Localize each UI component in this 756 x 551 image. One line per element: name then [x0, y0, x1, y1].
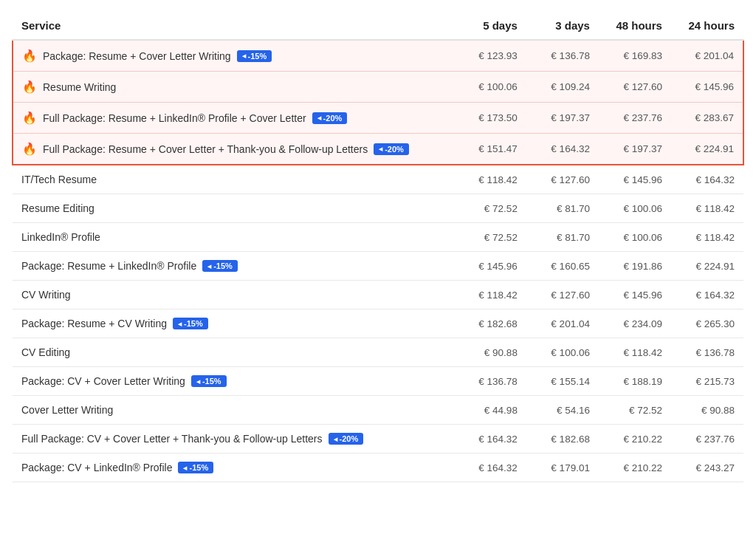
service-name-cell: CV Editing [13, 338, 454, 367]
price-cell-1: € 109.24 [526, 72, 599, 103]
table-row: Package: Resume + CV Writing-15%€ 182.68… [13, 309, 743, 338]
table-row: 🔥Package: Resume + Cover Letter Writing-… [13, 40, 743, 72]
price-cell-0: € 182.68 [454, 309, 526, 338]
price-cell-1: € 182.68 [526, 425, 599, 454]
price-cell-1: € 197.37 [526, 103, 599, 134]
price-cell-0: € 136.78 [454, 367, 526, 396]
header-48hours: 48 hours [599, 12, 671, 40]
fire-icon: 🔥 [22, 142, 37, 156]
price-cell-3: € 164.32 [671, 165, 743, 194]
service-name-cell: Package: Resume + LinkedIn® Profile-15% [13, 252, 454, 281]
price-cell-0: € 100.06 [454, 72, 526, 103]
price-cell-1: € 201.04 [526, 309, 599, 338]
price-cell-0: € 118.42 [454, 281, 526, 309]
price-cell-1: € 127.60 [526, 281, 599, 309]
price-cell-2: € 145.96 [599, 165, 671, 194]
table-header: Service 5 days 3 days 48 hours 24 hours [13, 12, 743, 40]
service-text: Full Package: Resume + LinkedIn® Profile… [43, 112, 306, 124]
header-24hours: 24 hours [671, 12, 743, 40]
price-cell-1: € 100.06 [526, 338, 599, 367]
table-row: CV Editing€ 90.88€ 100.06€ 118.42€ 136.7… [13, 338, 743, 367]
table-row: CV Writing€ 118.42€ 127.60€ 145.96€ 164.… [13, 281, 743, 309]
price-cell-1: € 54.16 [526, 396, 599, 425]
service-text: IT/Tech Resume [21, 174, 97, 185]
price-cell-0: € 90.88 [454, 338, 526, 367]
service-name-cell: Full Package: CV + Cover Letter + Thank-… [13, 425, 454, 454]
price-cell-0: € 173.50 [454, 103, 526, 134]
price-cell-3: € 164.32 [671, 281, 743, 309]
price-cell-0: € 123.93 [454, 40, 526, 72]
service-text: Package: CV + LinkedIn® Profile [21, 462, 172, 473]
price-cell-2: € 188.19 [599, 367, 671, 396]
price-cell-3: € 237.76 [671, 425, 743, 454]
price-cell-1: € 160.65 [526, 252, 599, 281]
service-name-cell: 🔥Full Package: Resume + LinkedIn® Profil… [13, 103, 454, 134]
header-service: Service [13, 12, 454, 40]
price-cell-2: € 210.22 [599, 425, 671, 454]
table-row: Cover Letter Writing€ 44.98€ 54.16€ 72.5… [13, 396, 743, 425]
discount-badge: -20% [374, 143, 409, 155]
price-cell-2: € 237.76 [599, 103, 671, 134]
table-row: 🔥Full Package: Resume + Cover Letter + T… [13, 134, 743, 165]
price-cell-0: € 72.52 [454, 194, 526, 223]
service-name-cell: LinkedIn® Profile [13, 223, 454, 252]
discount-badge: -20% [329, 433, 364, 445]
price-cell-0: € 164.32 [454, 425, 526, 454]
price-cell-1: € 155.14 [526, 367, 599, 396]
service-name-cell: IT/Tech Resume [13, 165, 454, 194]
price-cell-3: € 283.67 [671, 103, 743, 134]
service-text: Package: CV + Cover Letter Writing [21, 375, 185, 387]
service-text: CV Writing [21, 289, 71, 301]
price-cell-3: € 201.04 [671, 40, 743, 72]
price-cell-1: € 179.01 [526, 454, 599, 482]
table-row: 🔥Full Package: Resume + LinkedIn® Profil… [13, 103, 743, 134]
price-cell-1: € 81.70 [526, 194, 599, 223]
discount-badge: -20% [312, 112, 348, 124]
price-cell-3: € 224.91 [671, 252, 743, 281]
price-cell-2: € 169.83 [599, 40, 671, 72]
service-text: Resume Editing [21, 202, 94, 214]
discount-badge: -15% [202, 260, 238, 272]
service-name-cell: 🔥Resume Writing [13, 72, 454, 103]
service-name-cell: Cover Letter Writing [13, 396, 454, 425]
price-cell-3: € 243.27 [671, 454, 743, 482]
price-cell-2: € 118.42 [599, 338, 671, 367]
table-row: 🔥Resume Writing€ 100.06€ 109.24€ 127.60€… [13, 72, 743, 103]
service-name-cell: Package: CV + LinkedIn® Profile-15% [13, 454, 454, 482]
service-name-cell: 🔥Full Package: Resume + Cover Letter + T… [13, 134, 454, 165]
service-text: Full Package: Resume + Cover Letter + Th… [43, 143, 368, 155]
price-cell-2: € 100.06 [599, 194, 671, 223]
service-text: Cover Letter Writing [21, 404, 113, 416]
price-cell-2: € 234.09 [599, 309, 671, 338]
service-name-cell: Package: Resume + CV Writing-15% [13, 309, 454, 338]
price-cell-0: € 72.52 [454, 223, 526, 252]
price-cell-2: € 191.86 [599, 252, 671, 281]
price-cell-2: € 72.52 [599, 396, 671, 425]
discount-badge: -15% [173, 318, 208, 329]
price-cell-3: € 136.78 [671, 338, 743, 367]
service-name-cell: CV Writing [13, 281, 454, 309]
header-5days: 5 days [454, 12, 526, 40]
service-text: Resume Writing [43, 81, 116, 93]
discount-badge: -15% [191, 375, 227, 387]
fire-icon: 🔥 [22, 111, 37, 125]
service-text: Full Package: CV + Cover Letter + Thank-… [21, 433, 323, 445]
discount-badge: -15% [237, 50, 272, 62]
price-cell-2: € 127.60 [599, 72, 671, 103]
price-cell-0: € 145.96 [454, 252, 526, 281]
service-text: Package: Resume + Cover Letter Writing [43, 50, 231, 62]
service-text: CV Editing [21, 346, 70, 358]
table-row: Resume Editing€ 72.52€ 81.70€ 100.06€ 11… [13, 194, 743, 223]
pricing-table: Service 5 days 3 days 48 hours 24 hours … [12, 12, 744, 482]
service-text: LinkedIn® Profile [21, 231, 100, 243]
price-cell-2: € 197.37 [599, 134, 671, 165]
price-cell-3: € 118.42 [671, 194, 743, 223]
price-cell-0: € 118.42 [454, 165, 526, 194]
price-cell-1: € 127.60 [526, 165, 599, 194]
price-cell-3: € 224.91 [671, 134, 743, 165]
table-row: LinkedIn® Profile€ 72.52€ 81.70€ 100.06€… [13, 223, 743, 252]
service-text: Package: Resume + CV Writing [21, 318, 167, 329]
price-cell-3: € 90.88 [671, 396, 743, 425]
price-cell-0: € 164.32 [454, 454, 526, 482]
price-cell-0: € 151.47 [454, 134, 526, 165]
